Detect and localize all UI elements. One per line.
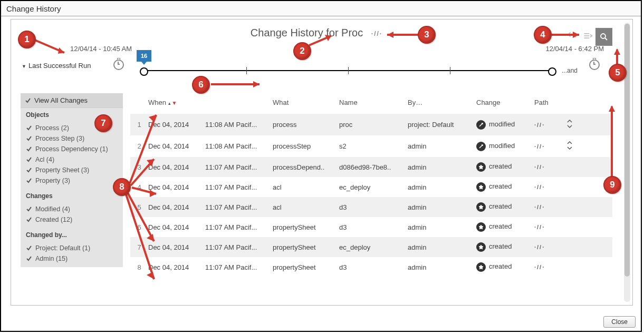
sidebar-changedby-header: Changed by... (21, 228, 123, 242)
sidebar-changes-header: Changes (21, 189, 123, 203)
sidebar-filter-object[interactable]: Process Step (3) (21, 133, 123, 144)
table-row[interactable]: 3 Dec 04, 2014 11:07 AM Pacif... process… (130, 157, 612, 177)
callout-1: 1 (18, 31, 36, 48)
created-icon (476, 202, 486, 212)
date-start: 12/04/14 - 10:45 AM (70, 45, 132, 53)
close-button[interactable]: Close (603, 316, 636, 328)
check-icon (26, 125, 32, 131)
col-name[interactable]: Name (339, 99, 408, 106)
modified-icon (476, 120, 486, 130)
check-icon (26, 167, 32, 173)
table-row[interactable]: 1 Dec 04, 2014 11:08 AM Pacif... process… (130, 114, 612, 135)
callout-4: 4 (534, 26, 552, 44)
callout-5: 5 (609, 64, 627, 82)
sidebar-filter-object[interactable]: Acl (4) (21, 154, 123, 165)
modified-icon (476, 142, 486, 151)
sidebar-view-all[interactable]: View All Changes (21, 93, 123, 108)
svg-marker-8 (573, 32, 579, 38)
expand-icon[interactable] (566, 122, 573, 130)
timeline-start-node[interactable] (140, 67, 148, 76)
table-row[interactable]: 4 Dec 04, 2014 11:07 AM Pacif... acl ec_… (130, 177, 612, 197)
col-by[interactable]: By… (408, 99, 476, 106)
sidebar-filter-object[interactable]: Property (3) (21, 175, 123, 186)
page-title: Change History for Proc (251, 27, 363, 38)
table-row[interactable]: 7 Dec 04, 2014 11:07 AM Pacif... propert… (130, 237, 612, 257)
window: Change History Change History for Proc ·… (0, 0, 642, 332)
callout-8: 8 (113, 178, 131, 196)
table-row[interactable]: 6 Dec 04, 2014 11:07 AM Pacif... propert… (130, 217, 612, 237)
created-icon (476, 162, 486, 172)
col-path[interactable]: Path (534, 99, 566, 106)
search-button[interactable] (595, 28, 612, 46)
clock-icon-start (113, 60, 124, 70)
window-title: Change History (1, 1, 641, 16)
callout-7: 7 (94, 114, 112, 132)
svg-marker-10 (614, 48, 620, 55)
col-when[interactable]: When ▴▼ (148, 99, 205, 106)
svg-marker-24 (147, 272, 154, 279)
svg-marker-2 (58, 47, 64, 54)
content-panel: Change History for Proc ·//· 12/04/14 - … (11, 19, 633, 306)
table-header: When ▴▼ What Name By… Change Path (130, 93, 612, 114)
col-what[interactable]: What (273, 99, 339, 106)
check-icon (26, 156, 32, 163)
created-icon (476, 262, 486, 272)
sidebar-filter-object[interactable]: Property Sheet (3) (21, 165, 123, 175)
clock-icon-end (589, 60, 600, 70)
table-row[interactable]: 5 Dec 04, 2014 11:07 AM Pacif... acl d3 … (130, 197, 612, 217)
sidebar-filter-change[interactable]: Modified (4) (21, 204, 123, 214)
table-row[interactable]: 8 Dec 04, 2014 11:07 AM Pacif... propert… (130, 257, 612, 277)
check-icon (26, 135, 32, 142)
date-end: 12/04/14 - 6:42 PM (545, 45, 604, 53)
callout-3: 3 (418, 26, 436, 44)
check-icon (26, 146, 32, 152)
svg-line-23 (126, 193, 154, 279)
timeline-and-label: ...and (562, 67, 578, 74)
timeline-end-node[interactable] (548, 67, 556, 76)
svg-marker-14 (609, 105, 615, 112)
created-icon (476, 182, 486, 192)
callout-2: 2 (293, 42, 311, 60)
sidebar-filter-object[interactable]: Process Dependency (1) (21, 144, 123, 154)
expand-icon[interactable] (566, 144, 573, 152)
sidebar-filter-user[interactable]: Admin (15) (21, 253, 123, 264)
sidebar-filter-user[interactable]: Project: Default (1) (21, 243, 123, 253)
col-change[interactable]: Change (476, 99, 534, 106)
created-icon (476, 222, 486, 232)
svg-marker-16 (149, 115, 156, 122)
check-icon (25, 97, 31, 104)
svg-marker-6 (387, 32, 393, 38)
timeline-flag[interactable]: 16 (137, 50, 151, 62)
svg-point-0 (601, 34, 605, 38)
created-icon (476, 242, 486, 252)
check-icon (26, 206, 32, 212)
callout-6: 6 (192, 76, 210, 94)
callout-9: 9 (603, 176, 621, 194)
sidebar-filter-change[interactable]: Created (12) (21, 214, 123, 225)
last-successful-run[interactable]: Last Successful Run (22, 62, 91, 70)
svg-marker-12 (253, 81, 259, 87)
check-icon (26, 217, 32, 223)
changes-table: When ▴▼ What Name By… Change Path 1 Dec … (130, 93, 612, 302)
check-icon (26, 178, 32, 184)
table-row[interactable]: 2 Dec 04, 2014 11:08 AM Pacif... process… (130, 135, 612, 157)
check-icon (26, 256, 32, 262)
check-icon (26, 245, 32, 251)
